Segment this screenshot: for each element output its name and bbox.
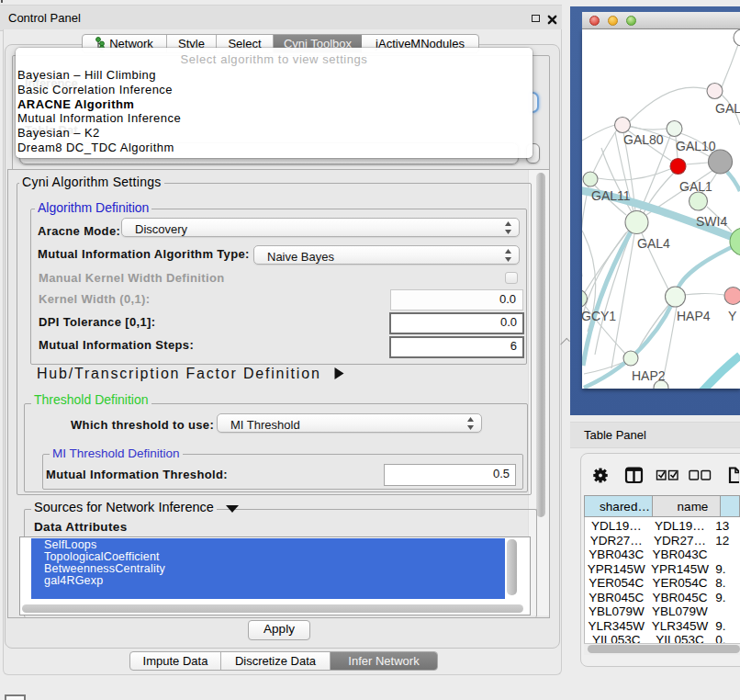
svg-text:Y: Y — [728, 309, 737, 323]
svg-text:GAL10: GAL10 — [676, 139, 716, 153]
svg-text:GAL1: GAL1 — [679, 179, 712, 194]
svg-text:GAL80: GAL80 — [623, 132, 664, 147]
svg-text:GCY1: GCY1 — [582, 309, 616, 323]
svg-text:HAP4: HAP4 — [677, 309, 711, 323]
svg-text:GAL11: GAL11 — [591, 188, 631, 203]
svg-text:HAP2: HAP2 — [632, 368, 666, 383]
svg-text:GAL: GAL — [715, 101, 740, 116]
svg-text:GAL4: GAL4 — [637, 236, 670, 251]
svg-text:SWI4: SWI4 — [696, 214, 727, 229]
